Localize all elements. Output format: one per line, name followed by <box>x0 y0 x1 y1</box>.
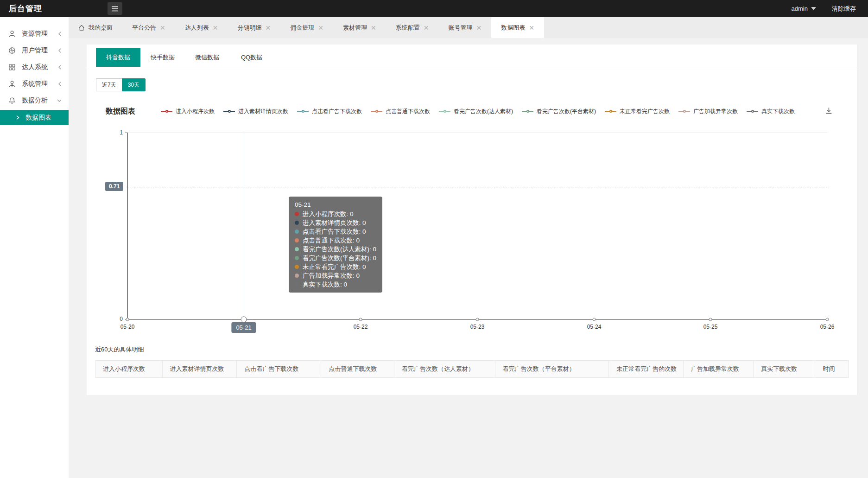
content: 抖音数据 快手数据 微信数据 QQ数据 近7天 30天 数据图表 <box>69 38 868 478</box>
download-button[interactable] <box>825 107 833 116</box>
chevron-left-icon <box>57 48 62 53</box>
y-tick-label: 1 <box>110 129 123 136</box>
tab-announcements[interactable]: 平台公告✕ <box>122 17 175 38</box>
line-chart[interactable]: 1 0 0.71 05-20 05-21 <box>87 127 857 338</box>
legend-item[interactable]: 看完广告次数(平台素材) <box>522 108 596 115</box>
detail-table: 进入小程序次数 进入素材详情页次数 点击看广告下载次数 点击普通下载次数 看完广… <box>95 360 849 378</box>
legend-item[interactable]: 点击看广告下载次数 <box>297 108 362 115</box>
close-icon[interactable]: ✕ <box>213 25 218 31</box>
grid-icon <box>8 64 16 71</box>
platform-tabs: 抖音数据 快手数据 微信数据 QQ数据 <box>87 45 857 67</box>
tab-materials[interactable]: 素材管理✕ <box>333 17 386 38</box>
series-dot <box>295 229 299 234</box>
tab-qq[interactable]: QQ数据 <box>229 48 274 67</box>
close-icon[interactable]: ✕ <box>476 25 482 31</box>
caret-down-icon <box>811 7 816 10</box>
legend-item[interactable]: 广告加载异常次数 <box>678 108 738 115</box>
legend-item[interactable]: 看完广告次数(达人素材) <box>439 108 513 115</box>
tab-wechat[interactable]: 微信数据 <box>185 48 229 67</box>
data-point <box>126 318 129 321</box>
tab-label: 数据图表 <box>501 24 525 32</box>
x-tick-label-highlight: 05-21 <box>231 322 256 333</box>
tab-system-config[interactable]: 系统配置✕ <box>386 17 439 38</box>
range-7d-button[interactable]: 近7天 <box>96 78 122 91</box>
clear-cache-button[interactable]: 清除缓存 <box>832 5 856 13</box>
chevron-left-icon <box>57 64 62 70</box>
column-header: 广告加载异常次数 <box>684 361 754 378</box>
window-tabbar: 我的桌面 平台公告✕ 达人列表✕ 分销明细✕ 佣金提现✕ 素材管理✕ 系统配置✕… <box>69 17 868 38</box>
close-icon[interactable]: ✕ <box>265 25 271 31</box>
tab-expert-list[interactable]: 达人列表✕ <box>175 17 228 38</box>
legend-marker <box>439 111 450 112</box>
y-axis <box>127 133 128 319</box>
sidebar-item-label: 资源管理 <box>22 30 57 38</box>
legend-marker <box>678 111 690 112</box>
series-dot <box>295 274 299 278</box>
legend-item[interactable]: 未正常看完广告次数 <box>605 108 670 115</box>
tooltip-row: 进入小程序次数: 0 <box>295 210 376 218</box>
sidebar-item-data-chart[interactable]: 数据图表 <box>0 110 69 125</box>
x-tick-label: 05-25 <box>694 324 727 330</box>
sidebar-item-experts[interactable]: 达人系统 <box>0 59 69 76</box>
markline-label: 0.71 <box>105 182 123 191</box>
close-icon[interactable]: ✕ <box>529 25 534 31</box>
legend-item[interactable]: 进入小程序次数 <box>161 108 215 115</box>
series-dot <box>295 212 299 216</box>
sidebar-item-resources[interactable]: 资源管理 <box>0 25 69 42</box>
legend-marker <box>747 111 758 112</box>
close-icon[interactable]: ✕ <box>160 25 165 31</box>
tab-label: 系统配置 <box>396 24 420 32</box>
chart-tooltip: 05-21 进入小程序次数: 0 进入素材详情页次数: 0 点击看广告下载次数:… <box>289 197 382 293</box>
tab-accounts[interactable]: 账号管理✕ <box>438 17 491 38</box>
sidebar-subitem-label: 数据图表 <box>25 114 51 122</box>
home-icon <box>78 25 85 31</box>
chevron-left-icon <box>57 31 62 37</box>
sidebar-item-system[interactable]: 系统管理 <box>0 76 69 92</box>
tab-data-chart[interactable]: 数据图表✕ <box>491 17 544 38</box>
data-point-highlight <box>241 317 247 323</box>
tab-kuaishou[interactable]: 快手数据 <box>140 48 185 67</box>
chart-legend: 进入小程序次数 进入素材详情页次数 点击看广告下载次数 点击普通下载次数 看完广… <box>135 108 820 115</box>
user-menu[interactable]: admin <box>792 5 816 12</box>
legend-item[interactable]: 点击普通下载次数 <box>371 108 430 115</box>
menu-toggle-button[interactable] <box>108 2 122 15</box>
legend-item[interactable]: 进入素材详情页次数 <box>223 108 288 115</box>
range-30d-button[interactable]: 30天 <box>122 78 146 91</box>
axis-pointer-line <box>244 133 244 319</box>
series-dot <box>295 256 299 260</box>
main-area: 我的桌面 平台公告✕ 达人列表✕ 分销明细✕ 佣金提现✕ 素材管理✕ 系统配置✕… <box>69 17 868 478</box>
tab-desktop[interactable]: 我的桌面 <box>69 17 122 38</box>
column-header: 看完广告次数（平台素材） <box>495 361 608 378</box>
legend-item[interactable]: 真实下载次数 <box>747 108 795 115</box>
close-icon[interactable]: ✕ <box>318 25 323 31</box>
data-point <box>826 318 829 321</box>
page-title: 后台管理 <box>0 3 42 14</box>
tooltip-row: 点击普通下载次数: 0 <box>295 236 376 245</box>
legend-marker <box>161 111 172 112</box>
username: admin <box>792 5 808 12</box>
tooltip-row: 看完广告次数(平台素材): 0 <box>295 254 376 262</box>
download-icon <box>825 107 833 115</box>
tooltip-title: 05-21 <box>295 200 376 210</box>
close-icon[interactable]: ✕ <box>371 25 376 31</box>
column-header: 真实下载次数 <box>754 361 815 378</box>
close-icon[interactable]: ✕ <box>424 25 429 31</box>
tooltip-row: 未正常看完广告次数: 0 <box>295 262 376 271</box>
tab-label: 我的桌面 <box>89 24 113 32</box>
app-header: 后台管理 admin 清除缓存 <box>0 0 868 17</box>
tab-douyin[interactable]: 抖音数据 <box>96 48 140 67</box>
sidebar-item-users[interactable]: 用户管理 <box>0 42 69 59</box>
content-card: 抖音数据 快手数据 微信数据 QQ数据 近7天 30天 数据图表 <box>87 45 857 395</box>
data-point <box>593 318 596 321</box>
x-tick-label: 05-24 <box>578 324 610 330</box>
data-point <box>709 318 712 321</box>
sidebar: 资源管理 用户管理 达人系统 系统管理 数据分析 <box>0 17 69 478</box>
tab-label: 素材管理 <box>343 24 367 32</box>
sidebar-item-analytics[interactable]: 数据分析 <box>0 92 69 109</box>
tooltip-row: 点击看广告下载次数: 0 <box>295 227 376 236</box>
tab-commission[interactable]: 佣金提现✕ <box>280 17 333 38</box>
chevron-left-icon <box>57 81 62 87</box>
tab-distribution[interactable]: 分销明细✕ <box>228 17 280 38</box>
table-header-row: 进入小程序次数 进入素材详情页次数 点击看广告下载次数 点击普通下载次数 看完广… <box>95 361 849 378</box>
column-header: 看完广告次数（达人素材） <box>394 361 495 378</box>
